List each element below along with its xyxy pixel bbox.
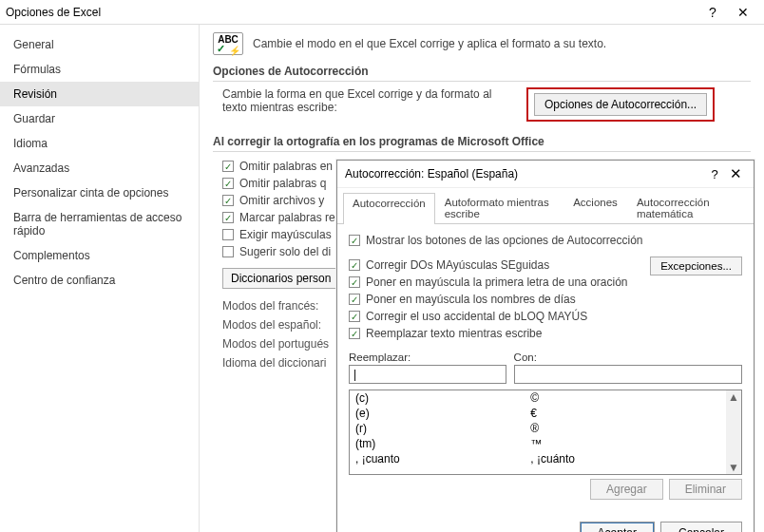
- replacements-list[interactable]: (c)©(e)€(r)®(tm)™, ¡cuanto, ¡cuánto ▲ ▼: [349, 390, 742, 475]
- autocorrect-dialog: Autocorrección: Español (España) ? ✕ Aut…: [336, 160, 754, 532]
- sidebar-item-guardar[interactable]: Guardar: [0, 106, 199, 131]
- autocorrect-button-highlight: Opciones de Autocorrección...: [526, 87, 715, 122]
- dialog-tabs: AutocorrecciónAutoformato mientras escri…: [337, 188, 754, 224]
- dialog-close-icon[interactable]: ✕: [725, 165, 746, 182]
- checkbox-label: Corregir el uso accidental de bLOQ MAYÚS: [366, 310, 587, 323]
- dialog-title: Autocorrección: Español (España): [345, 167, 704, 180]
- list-item[interactable]: (r)®: [350, 421, 726, 436]
- scroll-up-icon[interactable]: ▲: [728, 390, 739, 404]
- section-spelling-title: Al corregir la ortografía en los program…: [213, 135, 751, 152]
- tab-autocorrección-matemática[interactable]: Autocorrección matemática: [627, 192, 748, 223]
- sidebar-item-avanzadas[interactable]: Avanzadas: [0, 156, 199, 180]
- label-show-buttons: Mostrar los botones de las opciones de A…: [366, 234, 643, 247]
- checkbox-label: Corregir DOs MAyúsculas SEguidas: [366, 258, 549, 272]
- with-input[interactable]: [514, 365, 742, 384]
- cancel-button[interactable]: Cancelar: [660, 522, 742, 532]
- spellcheck-icon: ABC: [213, 32, 243, 55]
- sidebar-item-complementos[interactable]: Complementos: [0, 243, 199, 268]
- list-item[interactable]: (c)©: [350, 390, 726, 406]
- checkbox-label: Poner en mayúscula la primera letra de u…: [366, 276, 627, 289]
- checkbox-label: Omitir palabras q: [239, 177, 326, 190]
- tab-autocorrección[interactable]: Autocorrección: [343, 193, 435, 224]
- checkbox[interactable]: ✓: [222, 178, 234, 189]
- exceptions-button[interactable]: Excepciones...: [650, 256, 742, 276]
- checkbox[interactable]: ✓: [349, 311, 360, 322]
- ok-button[interactable]: Aceptar: [580, 522, 655, 532]
- autocorrect-desc: Cambie la forma en que Excel corrige y d…: [222, 87, 507, 114]
- checkbox-label: Reemplazar texto mientras escribe: [366, 327, 542, 340]
- with-label: Con:: [514, 352, 742, 363]
- sidebar-item-centro-de-confianza[interactable]: Centro de confianza: [0, 268, 199, 293]
- intro-text: Cambie el modo en el que Excel corrige y…: [253, 37, 606, 50]
- add-button[interactable]: Agregar: [590, 479, 663, 500]
- checkbox-label: Omitir palabras en: [239, 160, 333, 173]
- close-icon[interactable]: ✕: [728, 5, 758, 20]
- list-item[interactable]: , ¡cuanto, ¡cuánto: [350, 451, 726, 466]
- sidebar-item-revisión[interactable]: Revisión: [0, 82, 199, 106]
- scroll-down-icon[interactable]: ▼: [728, 461, 739, 474]
- checkbox-label: Marcar palabras re: [239, 211, 335, 224]
- custom-dictionaries-button[interactable]: Diccionarios person: [222, 268, 339, 289]
- checkbox-label: Sugerir solo del di: [239, 245, 331, 258]
- window-title: Opciones de Excel: [6, 6, 697, 19]
- section-autocorrect-title: Opciones de Autocorrección: [213, 65, 751, 82]
- checkbox[interactable]: ✓: [222, 195, 234, 206]
- tab-autoformato-mientras-escribe[interactable]: Autoformato mientras escribe: [435, 192, 563, 223]
- checkbox[interactable]: ✓: [222, 246, 234, 257]
- sidebar-item-general[interactable]: General: [0, 32, 199, 57]
- tab-acciones[interactable]: Acciones: [563, 192, 627, 223]
- delete-button[interactable]: Eliminar: [669, 479, 742, 500]
- sidebar-item-personalizar-cinta-de-opciones[interactable]: Personalizar cinta de opciones: [0, 180, 199, 205]
- replace-label: Reemplazar:: [349, 352, 506, 363]
- checkbox[interactable]: ✓: [222, 212, 234, 223]
- sidebar-item-barra-de-herramientas-de-acceso-rápido[interactable]: Barra de herramientas de acceso rápido: [0, 205, 199, 243]
- list-item[interactable]: (e)€: [350, 406, 726, 421]
- checkbox-label: Poner en mayúscula los nombres de días: [366, 293, 576, 306]
- checkbox[interactable]: ✓: [349, 328, 360, 339]
- checkbox[interactable]: ✓: [222, 229, 234, 240]
- checkbox[interactable]: ✓: [222, 161, 234, 172]
- checkbox[interactable]: ✓: [349, 294, 360, 305]
- autocorrect-options-button[interactable]: Opciones de Autocorrección...: [534, 93, 707, 116]
- scrollbar[interactable]: ▲ ▼: [726, 390, 741, 474]
- sidebar: GeneralFórmulasRevisiónGuardarIdiomaAvan…: [0, 25, 200, 532]
- window-titlebar: Opciones de Excel ? ✕: [0, 0, 764, 25]
- sidebar-item-fórmulas[interactable]: Fórmulas: [0, 57, 199, 82]
- help-icon[interactable]: ?: [697, 5, 728, 20]
- checkbox[interactable]: ✓: [349, 276, 360, 288]
- checkbox-label: Omitir archivos y: [239, 194, 324, 207]
- sidebar-item-idioma[interactable]: Idioma: [0, 131, 199, 156]
- list-item[interactable]: (tm)™: [350, 436, 726, 451]
- dialog-help-icon[interactable]: ?: [704, 167, 725, 181]
- checkbox[interactable]: ✓: [349, 259, 360, 271]
- checkbox-show-buttons[interactable]: ✓: [349, 235, 360, 246]
- checkbox-label: Exigir mayúsculas: [239, 228, 332, 241]
- replace-input[interactable]: [349, 365, 506, 384]
